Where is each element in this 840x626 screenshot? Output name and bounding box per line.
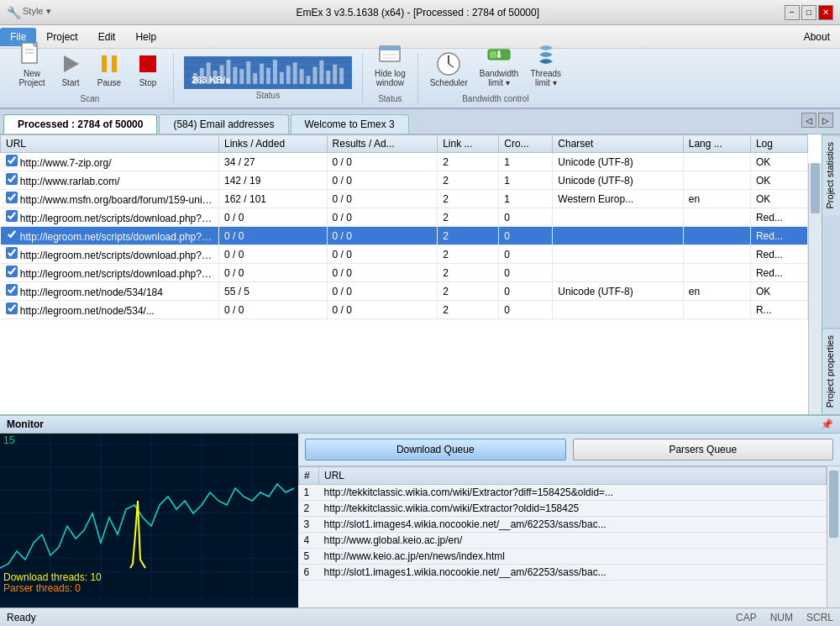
status-group: 263 KB/s Status	[174, 53, 363, 103]
tab-welcome[interactable]: Welcome to Emex 3	[291, 114, 409, 134]
title-bar-left: 🔧 Style ▾	[7, 6, 51, 19]
svg-rect-30	[312, 66, 317, 83]
queue-table-scroll[interactable]: # URL 1http://tekkitclassic.wikia.com/wi…	[298, 466, 827, 608]
new-project-icon	[18, 41, 45, 68]
graph-area: 15 Download threads: 10 Parser threads: …	[0, 434, 298, 608]
close-button[interactable]: ✕	[818, 5, 833, 20]
col-log: Log	[750, 135, 807, 153]
url-table-container: URL Links / Added Results / Ad... Link .…	[0, 134, 840, 414]
svg-rect-31	[319, 60, 323, 84]
row-checkbox[interactable]	[6, 210, 18, 222]
toolbar-bandwidth-group: Scheduler ⬇ Bandwidthlimit ▾	[418, 53, 573, 103]
col-url: URL	[1, 135, 219, 153]
svg-rect-36	[380, 46, 400, 50]
stop-label: Stop	[139, 78, 157, 87]
url-table: URL Links / Added Results / Ad... Link .…	[0, 134, 808, 319]
svg-rect-19	[239, 69, 244, 84]
queue-scrollbar[interactable]	[827, 466, 840, 608]
hide-log-button[interactable]: Hide logwindow	[370, 38, 411, 91]
row-checkbox[interactable]	[6, 155, 18, 166]
row-checkbox[interactable]	[6, 284, 18, 296]
queue-row[interactable]: 2http://tekkitclassic.wikia.com/wiki/Ext…	[299, 501, 827, 517]
table-row[interactable]: http://legroom.net/scripts/download.php?…	[1, 245, 808, 264]
minimize-button[interactable]: −	[785, 5, 800, 20]
monitor-title: Monitor 📌	[0, 416, 840, 434]
tab-next-button[interactable]: ▷	[818, 113, 833, 128]
new-project-button[interactable]: NewProject	[13, 38, 50, 91]
table-scrollbar[interactable]	[808, 155, 822, 414]
title-bar: 🔧 Style ▾ EmEx 3 v3.5.1638 (x64) - [Proc…	[0, 0, 840, 25]
project-statistics-tab[interactable]: Project statistics	[822, 134, 840, 215]
row-checkbox[interactable]	[6, 229, 18, 240]
svg-rect-33	[333, 65, 337, 84]
status-label: Status	[256, 91, 280, 100]
svg-rect-28	[300, 69, 304, 84]
svg-rect-22	[260, 64, 264, 84]
pause-icon	[96, 50, 123, 77]
table-row[interactable]: http://www.msfn.org/board/forum/159-univ…	[1, 190, 808, 208]
queue-row[interactable]: 4http://www.global.keio.ac.jp/en/	[299, 533, 827, 549]
queue-table: # URL 1http://tekkitclassic.wikia.com/wi…	[298, 466, 827, 581]
table-row[interactable]: http://legroom.net/scripts/download.php?…	[1, 227, 808, 245]
project-properties-tab[interactable]: Project properties	[822, 328, 840, 414]
row-checkbox[interactable]	[6, 247, 18, 259]
row-checkbox[interactable]	[6, 192, 18, 203]
status-text: Ready	[7, 612, 36, 623]
status-right: CAP NUM SCRL	[736, 612, 833, 623]
row-checkbox[interactable]	[6, 302, 18, 314]
table-row[interactable]: http://legroom.net/scripts/download.php?…	[1, 208, 808, 227]
table-row[interactable]: http://legroom.net/node/534/184 55 / 5 0…	[1, 282, 808, 301]
svg-rect-27	[293, 62, 297, 84]
monitor-content: 15 Download threads: 10 Parser threads: …	[0, 434, 840, 608]
queue-area: Download Queue Parsers Queue # URL 1http…	[298, 434, 840, 608]
maximize-button[interactable]: □	[801, 5, 816, 20]
table-row[interactable]: http://www.rarlab.com/ 142 / 19 0 / 0 2 …	[1, 171, 808, 190]
bandwidth-label: Bandwidthlimit ▾	[480, 69, 519, 87]
table-row[interactable]: http://www.7-zip.org/ 34 / 27 0 / 0 2 1 …	[1, 153, 808, 171]
toolbar-scan-group: NewProject Start Pause	[7, 53, 174, 103]
status-bar: Ready CAP NUM SCRL	[0, 608, 840, 626]
parsers-queue-button[interactable]: Parsers Queue	[573, 439, 834, 460]
bandwidth-limit-button[interactable]: ⬇ Bandwidthlimit ▾	[475, 38, 524, 91]
row-checkbox[interactable]	[6, 266, 18, 277]
col-links: Links / Added	[219, 135, 328, 153]
bandwidth-icon: ⬇	[486, 41, 512, 68]
window-controls: − □ ✕	[785, 5, 833, 20]
scheduler-button[interactable]: Scheduler	[425, 47, 473, 91]
stop-button[interactable]: Stop	[129, 47, 166, 91]
hide-log-icon	[376, 41, 403, 68]
status-group-label2: Status	[378, 94, 402, 103]
row-checkbox[interactable]	[6, 173, 18, 185]
col-charset: Charset	[553, 135, 683, 153]
threads-limit-button[interactable]: Threadslimit ▾	[525, 38, 566, 91]
tab-nav-buttons: ◁ ▷	[801, 113, 833, 128]
tab-prev-button[interactable]: ◁	[801, 113, 816, 128]
pause-button[interactable]: Pause	[91, 47, 128, 91]
app-icons: 🔧 Style ▾	[7, 6, 51, 19]
download-queue-button[interactable]: Download Queue	[305, 439, 566, 460]
svg-text:15: 15	[3, 434, 15, 446]
bandwidth-control-label: Bandwidth control	[462, 94, 529, 103]
new-project-label: NewProject	[18, 69, 45, 87]
start-button[interactable]: Start	[52, 47, 89, 91]
queue-row[interactable]: 5http://www.keio.ac.jp/en/news/index.htm…	[299, 549, 827, 565]
queue-row[interactable]: 1http://tekkitclassic.wikia.com/wiki/Ext…	[299, 485, 827, 501]
table-row[interactable]: http://legroom.net/node/534/... 0 / 0 0 …	[1, 301, 808, 319]
table-row[interactable]: http://legroom.net/scripts/download.php?…	[1, 264, 808, 282]
threads-label: Threadslimit ▾	[530, 69, 561, 87]
svg-rect-24	[273, 60, 277, 84]
scrl-indicator: SCRL	[806, 612, 833, 623]
col-lang: Lang ...	[683, 135, 750, 153]
col-link: Link ...	[438, 135, 499, 153]
queue-row[interactable]: 3http://slot1.images4.wikia.nocookie.net…	[299, 517, 827, 533]
queue-buttons: Download Queue Parsers Queue	[298, 434, 840, 466]
svg-rect-5	[102, 55, 107, 72]
table-scroll[interactable]: URL Links / Added Results / Ad... Link .…	[0, 134, 808, 414]
queue-row[interactable]: 6http://slot1.images1.wikia.nocookie.net…	[299, 565, 827, 581]
svg-rect-32	[326, 71, 330, 84]
right-panel: Project statistics Project properties	[822, 134, 840, 414]
tab-email[interactable]: (584) Email addresses	[159, 114, 288, 134]
stop-icon	[134, 50, 161, 77]
menu-about[interactable]: About	[794, 28, 840, 46]
tab-processed[interactable]: Processed : 2784 of 50000	[3, 114, 157, 134]
